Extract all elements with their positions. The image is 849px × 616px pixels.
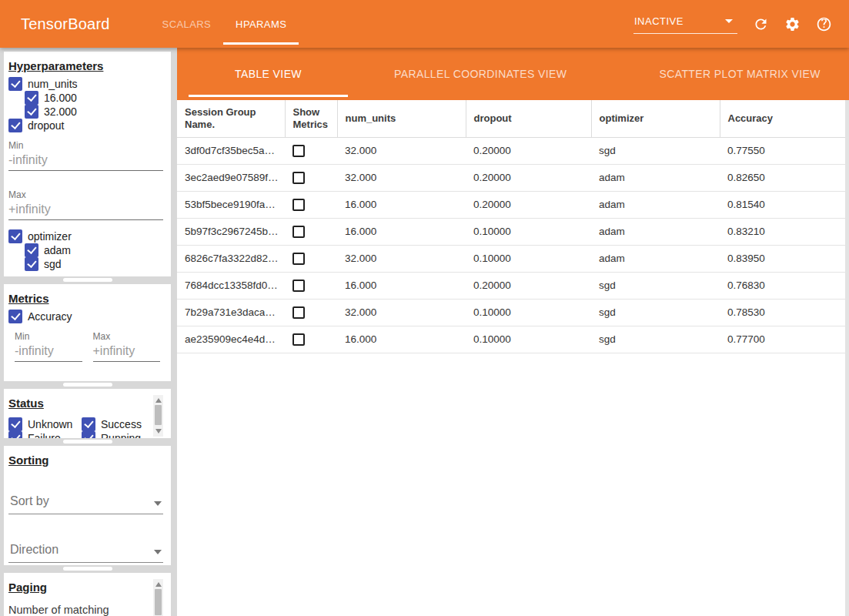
- hparam-max-field-input[interactable]: +infinity: [8, 203, 163, 220]
- show-metrics-cell: [285, 218, 337, 245]
- dropout-cell: 0.20000: [466, 272, 591, 299]
- chevron-down-icon: [154, 550, 162, 554]
- paging-scrollbar[interactable]: [153, 579, 163, 616]
- dashboard-tabs: SCALARS HPARAMS: [150, 0, 299, 48]
- section-divider: [4, 381, 171, 389]
- column-header-accuracy[interactable]: Accuracy: [720, 100, 845, 137]
- section-resize-handle[interactable]: [63, 440, 112, 444]
- sort-by-value: Sort by: [10, 494, 49, 508]
- hparam-min-field[interactable]: Min-infinity: [8, 140, 163, 171]
- tab-scatter-plot-matrix-view[interactable]: SCATTER PLOT MATRIX VIEW: [613, 48, 849, 100]
- min-max-label: Min: [8, 140, 163, 151]
- checkbox-16.000[interactable]: [25, 91, 38, 105]
- help-button[interactable]: [815, 15, 832, 32]
- table-row: 7b29a731e3daca…32.0000.10000sgd0.78530: [177, 299, 845, 326]
- checkbox-Unknown[interactable]: [8, 417, 22, 431]
- show-metrics-cell: [285, 245, 337, 272]
- scrollbar-thumb[interactable]: [155, 405, 162, 425]
- section-resize-handle[interactable]: [63, 278, 112, 282]
- checkbox-dropout[interactable]: [8, 119, 22, 132]
- hparam-value-label: 32.000: [44, 105, 77, 118]
- show-metrics-cell: [285, 272, 337, 299]
- show-metrics-checkbox[interactable]: [292, 226, 305, 238]
- checkbox-Success[interactable]: [82, 417, 95, 431]
- dropout-cell: 0.10000: [466, 326, 591, 353]
- checkbox-num_units[interactable]: [8, 77, 22, 91]
- show-metrics-checkbox[interactable]: [292, 253, 305, 265]
- session-group-name-cell: ae235909ec4e4d…: [177, 326, 285, 353]
- settings-button[interactable]: [784, 15, 801, 32]
- table-row: 6826c7fa3322d82…32.0000.10000adam0.83950: [177, 245, 845, 272]
- scroll-down-icon[interactable]: [155, 429, 162, 434]
- tab-hparams[interactable]: HPARAMS: [223, 0, 299, 48]
- metric-max-field[interactable]: Max +infinity: [93, 331, 161, 362]
- show-metrics-checkbox[interactable]: [292, 333, 305, 346]
- num_units-cell: 32.000: [337, 245, 466, 272]
- checkbox-Failure[interactable]: [8, 431, 22, 438]
- sort-by-select[interactable]: Sort by: [8, 494, 163, 514]
- accuracy-cell: 0.83950: [720, 245, 845, 272]
- checkbox-optimizer[interactable]: [8, 229, 22, 243]
- min-max-label: Max: [8, 189, 163, 200]
- status-heading: Status: [8, 397, 44, 410]
- reload-interval-select[interactable]: INACTIVE: [633, 14, 737, 34]
- column-header-optimizer[interactable]: optimizer: [591, 100, 720, 137]
- show-metrics-checkbox[interactable]: [292, 280, 305, 292]
- tab-parallel-coordinates-view[interactable]: PARALLEL COORDINATES VIEW: [348, 48, 613, 100]
- show-metrics-checkbox[interactable]: [292, 199, 305, 211]
- num_units-cell: 16.000: [337, 218, 466, 245]
- checkbox-32.000[interactable]: [25, 105, 38, 119]
- tab-table-view[interactable]: TABLE VIEW: [189, 48, 348, 100]
- status-scrollbar[interactable]: [153, 395, 163, 437]
- table-row: 7684dcc13358fd0…16.0000.20000sgd0.76830: [177, 272, 845, 299]
- num_units-cell: 32.000: [337, 164, 466, 191]
- show-metrics-checkbox[interactable]: [292, 145, 305, 157]
- hparam-value-label: sgd: [44, 258, 62, 270]
- hparam-row-dropout: dropout: [4, 119, 171, 132]
- metric-min-field[interactable]: Min -infinity: [15, 331, 82, 362]
- tab-scalars[interactable]: SCALARS: [150, 0, 224, 48]
- column-header-dropout[interactable]: dropout: [466, 100, 591, 137]
- sorting-heading: Sorting: [8, 454, 49, 467]
- dropout-cell: 0.10000: [466, 218, 591, 245]
- direction-select[interactable]: Direction: [8, 543, 163, 563]
- hparam-label: dropout: [28, 119, 64, 132]
- chevron-down-icon: [154, 501, 162, 506]
- hparam-min-field-input[interactable]: -infinity: [8, 153, 163, 171]
- paging-summary: Number of matching session groups: 8: [8, 603, 145, 616]
- status-row-Failure: Failure: [4, 431, 77, 438]
- dropout-cell: 0.20000: [466, 164, 591, 191]
- hparam-label: optimizer: [28, 230, 72, 243]
- num_units-cell: 16.000: [337, 272, 466, 299]
- section-resize-handle[interactable]: [63, 567, 112, 571]
- scroll-up-icon[interactable]: [155, 398, 162, 403]
- column-header-session-group-name-[interactable]: Session Group Name.: [177, 100, 285, 137]
- checkbox-Accuracy[interactable]: [8, 310, 22, 323]
- checkbox-sgd[interactable]: [25, 257, 38, 271]
- show-metrics-checkbox[interactable]: [292, 172, 305, 184]
- max-input[interactable]: +infinity: [93, 344, 161, 362]
- accuracy-cell: 0.82650: [720, 164, 845, 191]
- checkbox-Running[interactable]: [82, 431, 95, 438]
- hyperparameters-heading: Hyperparameters: [8, 59, 103, 72]
- status-row-Unknown: Unknown: [4, 417, 77, 431]
- session-group-name-cell: 7684dcc13358fd0…: [177, 272, 285, 299]
- scroll-up-icon[interactable]: [155, 582, 162, 587]
- scrollbar-thumb[interactable]: [155, 589, 162, 615]
- hparam-value-row-adam: adam: [4, 243, 171, 257]
- hparam-value-row-sgd: sgd: [4, 257, 171, 271]
- hparam-max-field[interactable]: Max+infinity: [8, 189, 163, 220]
- column-header-num-units[interactable]: num_units: [337, 100, 466, 137]
- column-header-show-metrics[interactable]: Show Metrics: [285, 100, 337, 137]
- main-scrollbar-track[interactable]: [845, 100, 849, 616]
- section-resize-handle[interactable]: [63, 383, 112, 387]
- metric-label: Accuracy: [28, 310, 72, 323]
- dropout-cell: 0.10000: [466, 299, 591, 326]
- min-input[interactable]: -infinity: [15, 344, 82, 362]
- session-group-name-cell: 3df0d7cf35bec5a…: [177, 137, 285, 164]
- checkbox-adam[interactable]: [25, 243, 38, 257]
- hyperparameter-list: num_units16.00032.000dropoutMin-infinity…: [4, 77, 171, 271]
- show-metrics-checkbox[interactable]: [292, 306, 305, 319]
- refresh-button[interactable]: [752, 15, 769, 32]
- show-metrics-cell: [285, 326, 337, 353]
